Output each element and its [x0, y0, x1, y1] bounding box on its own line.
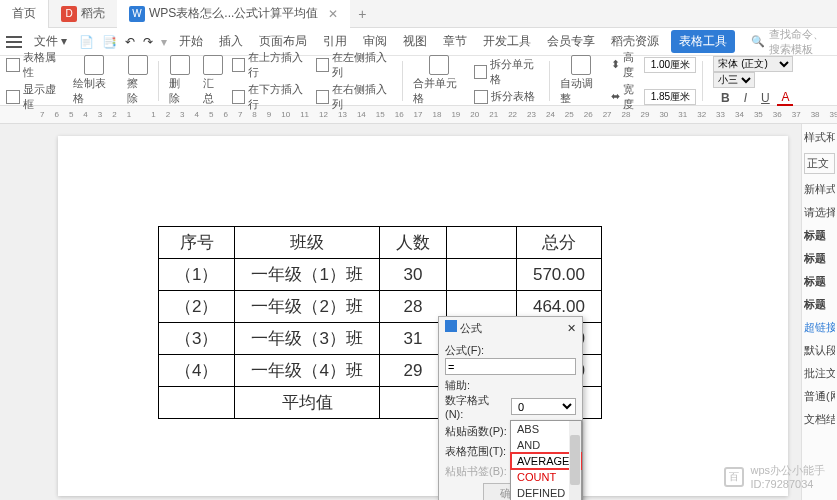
- insert-col-left[interactable]: 在左侧插入列: [316, 50, 396, 80]
- table-header-row: 序号班级人数总分: [159, 227, 602, 259]
- insert-row-above[interactable]: 在上方插入行: [232, 50, 312, 80]
- dialog-icon: [445, 320, 457, 332]
- style-item[interactable]: 默认段: [804, 343, 835, 358]
- watermark: 百 wps办公小能手ID:79287034: [724, 463, 825, 490]
- auto-adjust-button[interactable]: 自动调整: [556, 55, 606, 106]
- dialog-close-icon[interactable]: ✕: [567, 322, 576, 335]
- new-tab-button[interactable]: +: [350, 6, 374, 22]
- style-item[interactable]: 超链接: [804, 320, 835, 335]
- split-cell-button[interactable]: 拆分单元格: [474, 57, 543, 87]
- toolbar-icon[interactable]: 📄: [79, 35, 94, 49]
- style-item[interactable]: 批注文: [804, 366, 835, 381]
- toolbar-icon[interactable]: ↷: [143, 35, 153, 49]
- dropdown-scrollbar[interactable]: [569, 421, 581, 500]
- workspace: 序号班级人数总分 （1）一年级（1）班30570.00 （2）一年级（2）班28…: [0, 124, 837, 500]
- function-dropdown[interactable]: ABS AND AVERAGE COUNT DEFINED FALSE IF I…: [510, 420, 582, 500]
- erase-button[interactable]: 擦除: [123, 55, 152, 106]
- insert-row-below[interactable]: 在下方插入行: [232, 82, 312, 112]
- sum-button[interactable]: 汇总: [199, 55, 228, 106]
- document-page: 序号班级人数总分 （1）一年级（1）班30570.00 （2）一年级（2）班28…: [58, 136, 788, 496]
- close-icon[interactable]: ✕: [328, 7, 338, 21]
- style-panel: 样式和格 正文 新样式 请选择 标题 标题 标题 标题 超链接 默认段 批注文 …: [801, 124, 837, 500]
- font-select[interactable]: 宋体 (正文): [713, 56, 793, 72]
- style-item[interactable]: 标题: [804, 274, 835, 289]
- size-select[interactable]: 小三: [713, 72, 755, 88]
- toolbar-dropdown-icon[interactable]: ▾: [161, 35, 167, 49]
- delete-button[interactable]: 删除: [165, 55, 194, 106]
- tab-document[interactable]: WWPS表格怎么...公式计算平均值✕: [117, 0, 350, 28]
- style-item[interactable]: 标题: [804, 251, 835, 266]
- formula-input[interactable]: [445, 358, 576, 375]
- style-item[interactable]: 新样式: [804, 182, 835, 197]
- height-icon: ⬍: [611, 58, 620, 71]
- toolbar-icon[interactable]: 📑: [102, 35, 117, 49]
- tab-home[interactable]: 首页: [0, 0, 49, 28]
- width-icon: ⬌: [611, 90, 620, 103]
- height-input[interactable]: [644, 57, 696, 73]
- bold-button[interactable]: B: [717, 91, 733, 105]
- style-item[interactable]: 标题: [804, 228, 835, 243]
- style-item[interactable]: 标题: [804, 297, 835, 312]
- ribbon: 表格属性 显示虚框 绘制表格 擦除 删除 汇总 在上方插入行 在下方插入行 在左…: [0, 56, 837, 106]
- search-icon: 🔍: [751, 35, 765, 48]
- number-format-select[interactable]: 0: [511, 398, 576, 415]
- menu-member[interactable]: 会员专享: [543, 31, 599, 52]
- merge-cells-button[interactable]: 合并单元格: [409, 55, 470, 106]
- menu-dev[interactable]: 开发工具: [479, 31, 535, 52]
- font-color-button[interactable]: A: [777, 90, 793, 106]
- table-props-button[interactable]: 表格属性: [6, 50, 65, 80]
- menu-view[interactable]: 视图: [399, 31, 431, 52]
- style-item: 请选择: [804, 205, 835, 220]
- hamburger-icon[interactable]: [6, 36, 22, 48]
- ruler: 7654321123456789101112131415161718192021…: [0, 106, 837, 124]
- menu-start[interactable]: 开始: [175, 31, 207, 52]
- show-grid-button[interactable]: 显示虚框: [6, 82, 65, 112]
- italic-button[interactable]: I: [737, 91, 753, 105]
- underline-button[interactable]: U: [757, 91, 773, 105]
- watermark-logo-icon: 百: [724, 467, 744, 487]
- style-item[interactable]: 文档结: [804, 412, 835, 427]
- menu-bar: 文件 ▾ 📄 📑 ↶ ↷ ▾ 开始 插入 页面布局 引用 审阅 视图 章节 开发…: [0, 28, 837, 56]
- width-input[interactable]: [644, 89, 696, 105]
- menu-chapter[interactable]: 章节: [439, 31, 471, 52]
- search-box[interactable]: 🔍查找命令、搜索模板: [751, 27, 831, 57]
- draw-table-button[interactable]: 绘制表格: [69, 55, 119, 106]
- toolbar-icon[interactable]: ↶: [125, 35, 135, 49]
- doc-icon: W: [129, 6, 145, 22]
- split-table-button[interactable]: 拆分表格: [474, 89, 543, 104]
- style-item[interactable]: 正文: [804, 153, 835, 174]
- title-bar: 首页 D稻壳 WWPS表格怎么...公式计算平均值✕ +: [0, 0, 837, 28]
- insert-col-right[interactable]: 在右侧插入列: [316, 82, 396, 112]
- app-icon: D: [61, 6, 77, 22]
- style-item[interactable]: 普通(网: [804, 389, 835, 404]
- tab-app[interactable]: D稻壳: [49, 0, 117, 28]
- table-row: （1）一年级（1）班30570.00: [159, 259, 602, 291]
